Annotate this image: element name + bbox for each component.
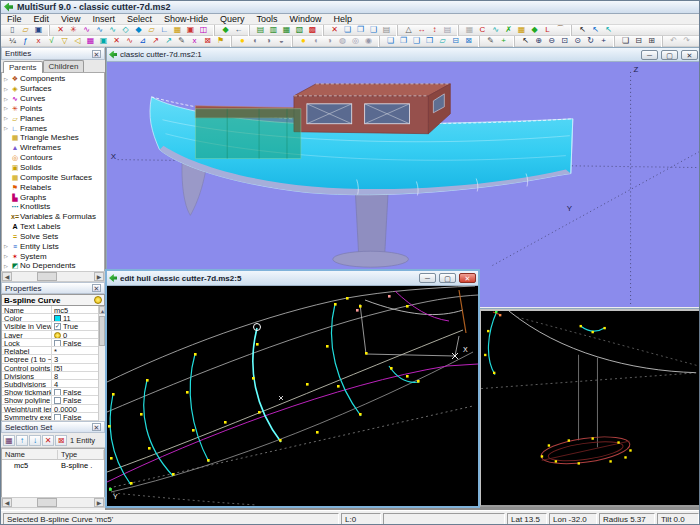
entities-hscrollbar[interactable]: ◀ ▶ bbox=[1, 271, 105, 282]
prop-degree[interactable]: Degree (1 to ~) 3 bbox=[2, 355, 98, 363]
maximize-button[interactable]: ▢ bbox=[439, 273, 456, 283]
prop-control-points[interactable]: Control points [5] bbox=[2, 364, 98, 372]
tree-item-curves[interactable]: ▷ ∿ Curves bbox=[2, 94, 104, 104]
pointer-icon[interactable]: ↖ bbox=[519, 36, 532, 46]
prop-show-polyline[interactable]: Show polyline False bbox=[2, 396, 98, 404]
new-file-icon[interactable]: ▯ bbox=[6, 25, 19, 35]
menu-item-tools[interactable]: Tools bbox=[250, 14, 283, 25]
view-side-icon[interactable]: ▥ bbox=[267, 25, 280, 35]
select-chain-icon[interactable]: ↖ bbox=[602, 25, 615, 35]
menu-item-view[interactable]: View bbox=[55, 14, 86, 25]
relabel-icon[interactable]: ¼ bbox=[6, 36, 19, 46]
drag-point-icon[interactable]: ↗ bbox=[149, 36, 162, 46]
title-bar[interactable]: MultiSurf 9.0 - classic cutter-7d.ms2 bbox=[1, 1, 700, 14]
tree-item-composite-surfaces[interactable]: ▦ Composite Surfaces bbox=[2, 172, 104, 182]
minimize-button[interactable]: ─ bbox=[419, 273, 436, 283]
menu-item-insert[interactable]: Insert bbox=[86, 14, 121, 25]
prop-control[interactable] bbox=[54, 389, 61, 396]
menu-item-select[interactable]: Select bbox=[121, 14, 158, 25]
edit-entity-icon[interactable]: ✎ bbox=[175, 36, 188, 46]
delete-entity-icon[interactable]: ✕ bbox=[54, 25, 67, 35]
scroll-left-icon[interactable]: ◀ bbox=[2, 498, 12, 507]
scroll-thumb[interactable] bbox=[37, 272, 58, 281]
tab-parents[interactable]: Parents bbox=[3, 61, 43, 73]
main-view-titlebar[interactable]: classic cutter-7d.ms2:1 ─ ▢ ✕ bbox=[107, 48, 700, 62]
insert-surface-icon[interactable]: ◇ bbox=[119, 25, 132, 35]
tree-item-surfaces[interactable]: ▷ ◈ Surfaces bbox=[2, 84, 104, 94]
measure-icon[interactable]: ⌒ bbox=[554, 25, 567, 35]
cascade-windows-icon[interactable]: ❏ bbox=[619, 36, 632, 46]
var-edit-icon[interactable]: x bbox=[188, 36, 201, 46]
zoom-out-icon[interactable]: ⊖ bbox=[545, 36, 558, 46]
zoom-fit-icon[interactable]: ⊙ bbox=[571, 36, 584, 46]
undo-icon[interactable]: ↶ bbox=[667, 36, 680, 46]
offsets-icon[interactable]: ◆ bbox=[528, 25, 541, 35]
open-file-icon[interactable]: ▱ bbox=[19, 25, 32, 35]
curvature-icon[interactable]: ∿ bbox=[489, 25, 502, 35]
pan-icon[interactable]: + bbox=[597, 36, 610, 46]
hide-selected-icon[interactable]: ◑ bbox=[262, 36, 275, 46]
entities-close-icon[interactable]: ✕ bbox=[92, 50, 101, 58]
show-bulb-icon[interactable]: ● bbox=[236, 36, 249, 46]
view-list-icon[interactable]: ▤ bbox=[380, 25, 393, 35]
exchange-icon[interactable]: ⊠ bbox=[462, 36, 475, 46]
hide-one-icon[interactable]: ◐ bbox=[249, 36, 262, 46]
insert-point-icon[interactable]: ✳ bbox=[67, 25, 80, 35]
view-plan-icon[interactable]: ▦ bbox=[280, 25, 293, 35]
flip-u-icon[interactable]: ▽ bbox=[58, 36, 71, 46]
close-edit-icon[interactable]: ⊠ bbox=[201, 36, 214, 46]
menu-item-show-hide[interactable]: Show-Hide bbox=[158, 14, 214, 25]
copy-view-icon[interactable]: ❏ bbox=[341, 25, 354, 35]
rotate-view-icon[interactable]: ↻ bbox=[584, 36, 597, 46]
prop-control[interactable] bbox=[54, 332, 61, 339]
tree-item-components[interactable]: ▷ ❖ Components bbox=[2, 74, 104, 84]
tree-item-variables-formulas[interactable]: x= Variables & Formulas bbox=[2, 212, 104, 222]
fair-curve-icon[interactable]: ∿ bbox=[123, 36, 136, 46]
prop-control[interactable] bbox=[54, 414, 61, 421]
tree-item-solids[interactable]: ▣ Solids bbox=[2, 163, 104, 173]
check-model-icon[interactable]: ✗ bbox=[502, 25, 515, 35]
insert-composite-icon[interactable]: ◫ bbox=[197, 25, 210, 35]
tree-item-no-dependents[interactable]: ▷ ◩ No Dependents bbox=[2, 261, 104, 271]
clip-plane-icon[interactable]: ▱ bbox=[436, 36, 449, 46]
drag-snap-icon[interactable]: ↗ bbox=[162, 36, 175, 46]
show-all-bulb-icon[interactable]: ● bbox=[297, 36, 310, 46]
label-c-icon[interactable]: C bbox=[476, 25, 489, 35]
tree-item-triangle-meshes[interactable]: ▦ Triangle Meshes bbox=[2, 133, 104, 143]
visibility-2-icon[interactable]: ◑ bbox=[323, 36, 336, 46]
selection-close-icon[interactable]: ✕ bbox=[92, 423, 101, 431]
insert-curve-icon[interactable]: ∿ bbox=[80, 25, 93, 35]
tree-item-entity-lists[interactable]: ▷ ≡ Entity Lists bbox=[2, 241, 104, 251]
insert-lofted-surface-icon[interactable]: ◆ bbox=[132, 25, 145, 35]
prop-layer[interactable]: Layer 0 bbox=[2, 331, 98, 339]
visibility-bulb-icon[interactable] bbox=[94, 296, 102, 304]
edit-hull-canvas[interactable]: X bbox=[107, 286, 478, 506]
prop-control[interactable] bbox=[54, 397, 61, 404]
prop-weight-unit-length[interactable]: Weight/unit lengt 0.0000 bbox=[2, 405, 98, 413]
column-type[interactable]: Type bbox=[58, 450, 104, 459]
view-front-icon[interactable]: ▤ bbox=[254, 25, 267, 35]
tree-item-planes[interactable]: ▷ ▱ Planes bbox=[2, 113, 104, 123]
remove-point-icon[interactable]: ✕ bbox=[110, 36, 123, 46]
mesh-query-icon[interactable]: ▦ bbox=[515, 25, 528, 35]
tree-item-system[interactable]: ▷ ✶ System bbox=[2, 251, 104, 261]
minimize-button[interactable]: ─ bbox=[641, 50, 658, 60]
verify-icon[interactable]: + bbox=[497, 36, 510, 46]
selection-row-mc5[interactable]: mc5 B-spline . bbox=[2, 460, 104, 471]
view-all-icon[interactable]: ▩ bbox=[306, 25, 319, 35]
blank-icon[interactable]: ▦ bbox=[463, 25, 476, 35]
menu-item-window[interactable]: Window bbox=[283, 14, 327, 25]
tree-item-points[interactable]: ▷ ✳ Points bbox=[2, 104, 104, 114]
stretch-v-icon[interactable]: ↕ bbox=[428, 25, 441, 35]
prop-divisions[interactable]: Divisions 8 bbox=[2, 372, 98, 380]
insert-plane-icon[interactable]: ▱ bbox=[145, 25, 158, 35]
properties-vscrollbar[interactable]: ▲ bbox=[98, 306, 105, 421]
move-down-icon[interactable]: ↓ bbox=[29, 435, 41, 446]
properties-icon[interactable]: ▤ bbox=[441, 25, 454, 35]
select-pointer-icon[interactable]: ↖ bbox=[576, 25, 589, 35]
scroll-right-icon[interactable]: ▶ bbox=[94, 272, 104, 281]
tree-item-text-labels[interactable]: A Text Labels bbox=[2, 222, 104, 232]
flag-icon[interactable]: ⚑ bbox=[214, 36, 227, 46]
net-edit-icon[interactable]: ▣ bbox=[97, 36, 110, 46]
menu-item-file[interactable]: File bbox=[1, 14, 28, 25]
